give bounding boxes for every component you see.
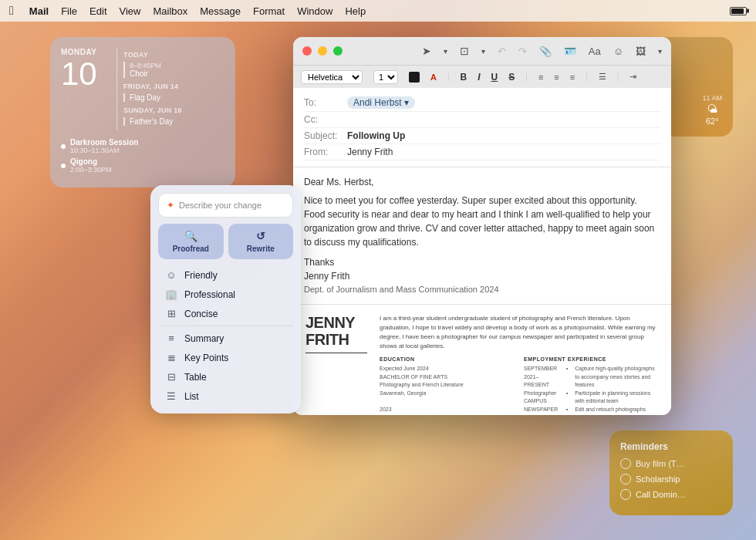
reminder-item-1: Buy film (T… — [620, 458, 722, 469]
writing-tools-spark-icon: ✦ — [167, 200, 174, 211]
professional-icon: 🏢 — [164, 289, 178, 300]
strikethrough-button[interactable]: S — [508, 72, 515, 83]
indent-icon[interactable]: ⇥ — [629, 72, 636, 82]
proofread-icon: 🔍 — [184, 230, 197, 242]
highlight-icon[interactable]: A — [430, 73, 437, 82]
list-icon: ☰ — [164, 390, 178, 402]
cal-event-fathersday: Father's Day — [123, 117, 224, 126]
writing-tools-popup: ✦ Describe your change 🔍 Proofread ↺ Rew… — [150, 185, 301, 413]
apple-menu[interactable]:  — [9, 4, 14, 18]
menubar-file[interactable]: File — [61, 5, 77, 17]
cal-event-darkroom: Darkroom Session 10:30–11:30AM — [61, 138, 224, 154]
recipient-icon[interactable]: 🪪 — [564, 46, 576, 57]
battery-icon — [730, 7, 747, 15]
menubar-app[interactable]: Mail — [29, 5, 49, 17]
reminders-widget: Reminders Buy film (T… Scholarship Call … — [609, 430, 733, 515]
writing-tools-keypoints[interactable]: ≣ Key Points — [158, 348, 293, 367]
writing-tools-professional[interactable]: 🏢 Professional — [158, 285, 293, 304]
mail-from-value: Jenny Frith — [347, 147, 393, 157]
table-icon: ⊟ — [164, 371, 178, 383]
mail-greeting: Dear Ms. Herbst, — [304, 175, 660, 189]
cal-today-label: TODAY — [123, 51, 224, 59]
writing-tools-table[interactable]: ⊟ Table — [158, 367, 293, 386]
cv-description: I am a third-year student undergraduate … — [380, 314, 659, 351]
photo-icon[interactable]: 🖼 — [636, 46, 646, 57]
align-center-icon[interactable]: ≡ — [554, 73, 559, 82]
color-swatch[interactable] — [409, 72, 420, 83]
attach-icon[interactable]: 📎 — [539, 46, 552, 57]
menubar:  Mail File Edit View Mailbox Message Fo… — [0, 0, 756, 22]
mail-body-text: Nice to meet you for coffee yesterday. S… — [304, 194, 660, 249]
proofread-button[interactable]: 🔍 Proofread — [158, 224, 224, 259]
cal-day-label: MONDAY — [61, 48, 107, 56]
cal-event-flagday: Flag Day — [123, 93, 224, 102]
summary-icon: ≡ — [164, 332, 178, 344]
rewrite-button[interactable]: ↺ Rewrite — [228, 224, 294, 259]
writing-tools-list[interactable]: ☰ List — [158, 386, 293, 406]
menubar-message[interactable]: Message — [200, 5, 241, 17]
mail-signature: Thanks Jenny Frith Dept. of Journalism a… — [304, 255, 660, 296]
mail-format-toolbar: Helvetica 12 A | B I U S | ≡ ≡ ≡ | ☰ | ⇥ — [293, 65, 671, 88]
mail-body[interactable]: Dear Ms. Herbst, Nice to meet you for co… — [293, 167, 671, 304]
menubar-format[interactable]: Format — [253, 5, 285, 17]
reminder-item-3: Call Domin… — [620, 489, 722, 500]
format-text-icon[interactable]: Aa — [589, 46, 601, 57]
calendar-widget: MONDAY 10 TODAY 8–8:45PM Choir FRIDAY, J… — [50, 37, 235, 187]
mail-to-field: To: Andi Herbst ▾ — [304, 94, 660, 112]
writing-tools-input-area: ✦ Describe your change — [158, 193, 293, 218]
size-select[interactable]: 12 — [373, 70, 398, 84]
keypoints-icon: ≣ — [164, 352, 178, 363]
minimize-button[interactable] — [318, 46, 327, 56]
layout-icon[interactable]: ⊡ — [460, 45, 469, 57]
mail-header: To: Andi Herbst ▾ Cc: Subject: Following… — [293, 88, 671, 167]
mail-subject-field: Subject: Following Up — [304, 128, 660, 144]
italic-button[interactable]: I — [478, 72, 480, 83]
rewrite-icon: ↺ — [256, 230, 265, 242]
writing-tools-friendly[interactable]: ☺ Friendly — [158, 265, 293, 285]
bold-button[interactable]: B — [461, 72, 467, 83]
menubar-mailbox[interactable]: Mailbox — [153, 5, 187, 17]
mail-titlebar: ➤ ▾ ⊡ ▾ ↶ ↷ 📎 🪪 Aa ☺ 🖼 ▾ — [293, 37, 671, 65]
zoom-button[interactable] — [333, 46, 343, 56]
menubar-edit[interactable]: Edit — [89, 5, 106, 17]
concise-icon: ⊞ — [164, 308, 178, 319]
list-icon[interactable]: ☰ — [599, 72, 606, 82]
mail-to-chip[interactable]: Andi Herbst ▾ — [347, 96, 415, 109]
menubar-right — [730, 7, 747, 15]
menubar-window[interactable]: Window — [297, 5, 332, 17]
writing-tools-buttons: 🔍 Proofread ↺ Rewrite — [158, 224, 293, 259]
writing-tools-concise[interactable]: ⊞ Concise — [158, 304, 293, 323]
emoji-icon[interactable]: ☺ — [613, 46, 623, 57]
reminder-item-2: Scholarship — [620, 474, 722, 484]
mail-from-field: From: Jenny Frith — [304, 144, 660, 160]
close-button[interactable] — [302, 46, 312, 56]
underline-button[interactable]: U — [491, 72, 498, 83]
layout-chevron-icon[interactable]: ▾ — [481, 47, 485, 56]
redo-icon[interactable]: ↷ — [518, 46, 527, 57]
weather-col-2: 11 AM 🌤 62° — [702, 94, 722, 127]
menubar-view[interactable]: View — [120, 5, 141, 17]
reminders-title: Reminders — [620, 441, 722, 452]
writing-tools-summary[interactable]: ≡ Summary — [158, 329, 293, 348]
menubar-help[interactable]: Help — [345, 5, 366, 17]
cal-event-qigong: Qigong 2:00–3:30PM — [61, 157, 224, 174]
mail-window: ➤ ▾ ⊡ ▾ ↶ ↷ 📎 🪪 Aa ☺ 🖼 ▾ Helvetica 12 — [293, 37, 671, 415]
align-left-icon[interactable]: ≡ — [538, 73, 543, 82]
friendly-icon: ☺ — [164, 269, 178, 281]
cv-name: JENNY FRITH — [305, 314, 367, 353]
cal-event-choir: 8–8:45PM Choir — [123, 62, 224, 78]
send-icon[interactable]: ➤ — [422, 45, 431, 57]
send-chevron-icon[interactable]: ▾ — [444, 47, 447, 56]
menu-separator-1 — [158, 326, 293, 326]
writing-tools-placeholder[interactable]: Describe your change — [179, 201, 285, 210]
align-right-icon[interactable]: ≡ — [570, 73, 575, 82]
mail-cc-field: Cc: — [304, 112, 660, 128]
font-select[interactable]: Helvetica — [301, 70, 363, 84]
cal-date: 10 — [61, 58, 107, 90]
mail-subject-value: Following Up — [347, 130, 405, 141]
cv-preview: JENNY FRITH I am a third-year student un… — [293, 304, 671, 416]
undo-icon[interactable]: ↶ — [498, 46, 506, 57]
photo-chevron-icon[interactable]: ▾ — [658, 47, 662, 56]
